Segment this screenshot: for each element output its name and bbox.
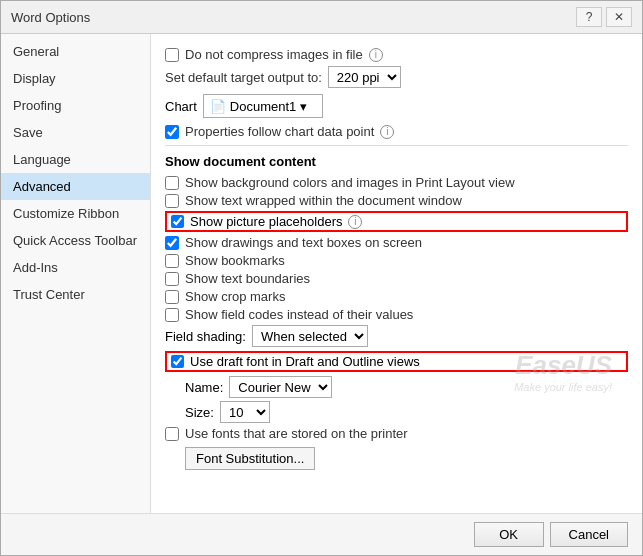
font-name-row: Name: Courier New bbox=[165, 376, 628, 398]
sidebar-item-customize-ribbon[interactable]: Customize Ribbon bbox=[1, 200, 150, 227]
properties-checkbox[interactable] bbox=[165, 125, 179, 139]
bottom-bar: OK Cancel bbox=[1, 513, 642, 555]
chart-dropdown-icon: ▾ bbox=[300, 99, 307, 114]
stored-fonts-label: Use fonts that are stored on the printer bbox=[185, 426, 408, 441]
chart-label: Chart bbox=[165, 99, 197, 114]
content-wrapper: Do not compress images in file i Set def… bbox=[151, 34, 642, 513]
sidebar-item-display[interactable]: Display bbox=[1, 65, 150, 92]
substitution-row: Font Substitution... bbox=[185, 447, 628, 470]
sidebar: General Display Proofing Save Language A… bbox=[1, 34, 151, 513]
word-options-dialog: Word Options ? ✕ General Display Proofin… bbox=[0, 0, 643, 556]
size-label: Size: bbox=[185, 405, 214, 420]
chart-select-wrapper[interactable]: 📄 Document1 ▾ bbox=[203, 94, 323, 118]
background-colors-label: Show background colors and images in Pri… bbox=[185, 175, 515, 190]
ppi-select[interactable]: 220 ppi 150 ppi 96 ppi bbox=[328, 66, 401, 88]
bookmarks-label: Show bookmarks bbox=[185, 253, 285, 268]
text-wrapped-checkbox[interactable] bbox=[165, 194, 179, 208]
help-button[interactable]: ? bbox=[576, 7, 602, 27]
compress-images-checkbox[interactable] bbox=[165, 48, 179, 62]
font-size-row: Size: 10 8 12 bbox=[165, 401, 628, 423]
ok-button[interactable]: OK bbox=[474, 522, 544, 547]
draft-font-checkbox[interactable] bbox=[171, 355, 184, 368]
set-default-label: Set default target output to: bbox=[165, 70, 322, 85]
bookmarks-row: Show bookmarks bbox=[165, 253, 628, 268]
background-colors-row: Show background colors and images in Pri… bbox=[165, 175, 628, 190]
sidebar-item-quick-access[interactable]: Quick Access Toolbar bbox=[1, 227, 150, 254]
bookmarks-checkbox[interactable] bbox=[165, 254, 179, 268]
stored-fonts-row: Use fonts that are stored on the printer bbox=[165, 426, 628, 441]
crop-marks-row: Show crop marks bbox=[165, 289, 628, 304]
cancel-button[interactable]: Cancel bbox=[550, 522, 628, 547]
sidebar-item-add-ins[interactable]: Add-Ins bbox=[1, 254, 150, 281]
picture-placeholders-label: Show picture placeholders bbox=[190, 214, 342, 229]
drawings-label: Show drawings and text boxes on screen bbox=[185, 235, 422, 250]
properties-label: Properties follow chart data point bbox=[185, 124, 374, 139]
main-content: Do not compress images in file i Set def… bbox=[151, 34, 642, 513]
text-wrapped-row: Show text wrapped within the document wi… bbox=[165, 193, 628, 208]
sidebar-item-language[interactable]: Language bbox=[1, 146, 150, 173]
draft-font-row: Use draft font in Draft and Outline view… bbox=[165, 351, 628, 372]
text-boundaries-checkbox[interactable] bbox=[165, 272, 179, 286]
substitution-button[interactable]: Font Substitution... bbox=[185, 447, 315, 470]
field-codes-checkbox[interactable] bbox=[165, 308, 179, 322]
text-wrapped-label: Show text wrapped within the document wi… bbox=[185, 193, 462, 208]
name-label: Name: bbox=[185, 380, 223, 395]
crop-marks-label: Show crop marks bbox=[185, 289, 285, 304]
text-boundaries-row: Show text boundaries bbox=[165, 271, 628, 286]
picture-placeholders-info-icon: i bbox=[348, 215, 362, 229]
font-size-select[interactable]: 10 8 12 bbox=[220, 401, 270, 423]
sidebar-item-proofing[interactable]: Proofing bbox=[1, 92, 150, 119]
chart-doc-name: Document1 bbox=[230, 99, 296, 114]
show-document-title: Show document content bbox=[165, 154, 628, 169]
drawings-row: Show drawings and text boxes on screen bbox=[165, 235, 628, 250]
stored-fonts-checkbox[interactable] bbox=[165, 427, 179, 441]
font-name-select[interactable]: Courier New bbox=[229, 376, 332, 398]
sidebar-item-general[interactable]: General bbox=[1, 38, 150, 65]
picture-placeholders-checkbox[interactable] bbox=[171, 215, 184, 228]
sidebar-item-save[interactable]: Save bbox=[1, 119, 150, 146]
crop-marks-checkbox[interactable] bbox=[165, 290, 179, 304]
sidebar-item-trust-center[interactable]: Trust Center bbox=[1, 281, 150, 308]
background-colors-checkbox[interactable] bbox=[165, 176, 179, 190]
dialog-body: General Display Proofing Save Language A… bbox=[1, 34, 642, 513]
field-shading-select[interactable]: When selected Never Always bbox=[252, 325, 368, 347]
field-shading-row: Field shading: When selected Never Alway… bbox=[165, 325, 628, 347]
close-button[interactable]: ✕ bbox=[606, 7, 632, 27]
compress-info-icon: i bbox=[369, 48, 383, 62]
doc-icon: 📄 bbox=[210, 99, 226, 114]
chart-row: Chart 📄 Document1 ▾ bbox=[165, 94, 628, 118]
compress-images-row: Do not compress images in file i bbox=[165, 47, 628, 62]
dialog-title: Word Options bbox=[11, 10, 90, 25]
compress-images-label: Do not compress images in file bbox=[185, 47, 363, 62]
set-default-row: Set default target output to: 220 ppi 15… bbox=[165, 66, 628, 88]
title-bar: Word Options ? ✕ bbox=[1, 1, 642, 34]
picture-placeholders-row: Show picture placeholders i bbox=[165, 211, 628, 232]
properties-row: Properties follow chart data point i bbox=[165, 124, 628, 139]
text-boundaries-label: Show text boundaries bbox=[185, 271, 310, 286]
field-codes-row: Show field codes instead of their values bbox=[165, 307, 628, 322]
drawings-checkbox[interactable] bbox=[165, 236, 179, 250]
divider-1 bbox=[165, 145, 628, 146]
field-codes-label: Show field codes instead of their values bbox=[185, 307, 413, 322]
sidebar-item-advanced[interactable]: Advanced bbox=[1, 173, 150, 200]
draft-font-label: Use draft font in Draft and Outline view… bbox=[190, 354, 420, 369]
field-shading-label: Field shading: bbox=[165, 329, 246, 344]
properties-info-icon: i bbox=[380, 125, 394, 139]
